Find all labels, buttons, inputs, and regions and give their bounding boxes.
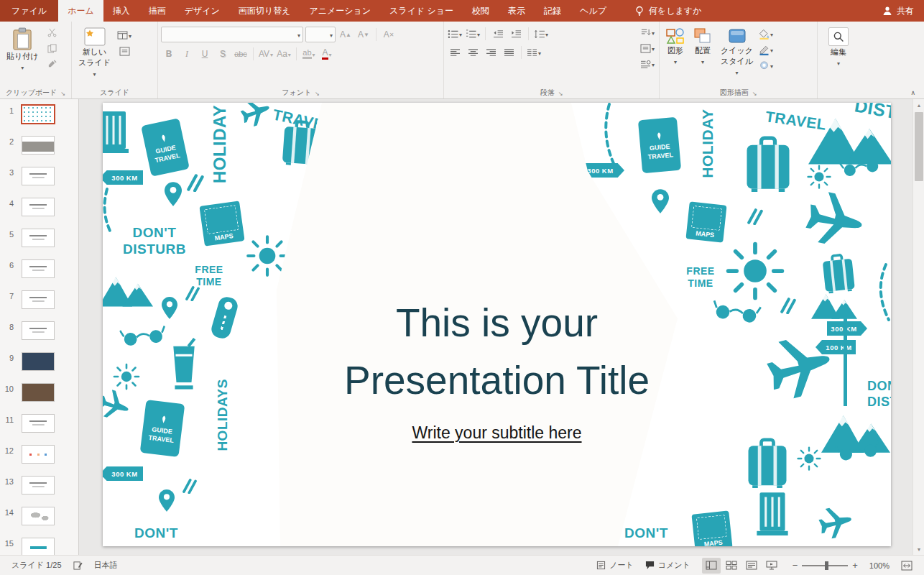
slide-thumbnail[interactable]: [22, 538, 55, 555]
slideshow-view-button[interactable]: [762, 558, 781, 574]
slide-canvas[interactable]: 300 KM 300 KM 300 KM 300 KM 100 KM MAPS …: [103, 103, 891, 546]
slide-thumbnail[interactable]: [22, 445, 55, 464]
align-center-button[interactable]: [465, 45, 481, 60]
tab-help[interactable]: ヘルプ: [570, 0, 616, 22]
tab-review[interactable]: 校閲: [463, 0, 499, 22]
slide-thumb-row: 12: [0, 445, 78, 476]
shapes-button[interactable]: 図形: [662, 25, 688, 68]
quick-styles-button[interactable]: クイック スタイル: [717, 25, 757, 80]
normal-view-button[interactable]: [702, 558, 721, 574]
reset-slide-button[interactable]: [116, 44, 132, 58]
slide-thumbnail[interactable]: [22, 414, 55, 433]
copy-button[interactable]: [45, 41, 60, 55]
tab-insert[interactable]: 挿入: [103, 0, 139, 22]
comments-button[interactable]: コメント: [639, 560, 696, 571]
editing-button[interactable]: 編集: [821, 25, 856, 70]
shape-outline-button[interactable]: [758, 42, 774, 57]
cut-button[interactable]: [45, 25, 60, 40]
shrink-font-button[interactable]: A▼: [356, 27, 371, 42]
italic-button[interactable]: I: [179, 47, 195, 61]
new-slide-button[interactable]: 新しい スライド: [75, 25, 114, 81]
slide-layout-button[interactable]: [116, 28, 132, 42]
scrollbar-thumb[interactable]: [915, 112, 923, 181]
tab-draw[interactable]: 描画: [139, 0, 175, 22]
increase-indent-button[interactable]: [508, 27, 524, 41]
align-left-button[interactable]: [447, 45, 463, 60]
dialog-launcher-icon[interactable]: [752, 89, 757, 97]
tab-file[interactable]: ファイル: [0, 0, 58, 22]
grow-font-button[interactable]: A▲: [338, 27, 354, 42]
justify-button[interactable]: [501, 45, 517, 60]
font-size-select[interactable]: [305, 27, 336, 42]
zoom-slider-thumb[interactable]: [825, 561, 828, 570]
slide-thumbnail[interactable]: [22, 167, 55, 185]
slide-thumbnail[interactable]: [22, 259, 55, 278]
tab-home[interactable]: ホーム: [58, 0, 103, 22]
font-color-button[interactable]: A: [319, 47, 335, 61]
slide-number: 5: [0, 229, 19, 239]
slide-thumbnail[interactable]: [22, 290, 55, 309]
collapse-ribbon-button[interactable]: [910, 89, 915, 96]
text-direction-button[interactable]: [639, 25, 655, 40]
highlight-color-button[interactable]: ab: [301, 47, 317, 61]
character-spacing-button[interactable]: AV: [258, 47, 274, 61]
tab-design[interactable]: デザイン: [175, 0, 229, 22]
font-name-select[interactable]: [161, 27, 303, 42]
scroll-down-arrow-icon[interactable]: ▼: [913, 543, 924, 555]
zoom-out-button[interactable]: [793, 560, 798, 571]
tab-record[interactable]: 記録: [535, 0, 570, 22]
change-case-button[interactable]: Aa: [276, 47, 292, 61]
format-painter-button[interactable]: [45, 57, 60, 71]
slide-thumbnail[interactable]: [22, 136, 55, 155]
bold-button[interactable]: B: [161, 47, 177, 61]
slide-thumbnail[interactable]: [22, 229, 55, 247]
strikethrough-button[interactable]: abc: [233, 47, 249, 61]
arrange-button[interactable]: 配置: [690, 25, 716, 68]
slide-thumbnail[interactable]: [22, 476, 55, 494]
slide-thumbnail[interactable]: [22, 105, 55, 124]
decrease-indent-button[interactable]: [490, 27, 506, 41]
numbering-button[interactable]: [465, 27, 481, 41]
zoom-slider[interactable]: [802, 565, 848, 566]
shape-fill-button[interactable]: [758, 27, 774, 41]
slide-thumbnail[interactable]: [22, 383, 55, 402]
tab-view[interactable]: 表示: [499, 0, 535, 22]
title-placeholder[interactable]: This is your Presentation Title Write yo…: [103, 294, 891, 443]
zoom-level[interactable]: 100%: [864, 561, 895, 570]
dialog-launcher-icon[interactable]: [558, 89, 563, 97]
convert-smartart-button[interactable]: [639, 57, 655, 71]
tab-animations[interactable]: アニメーション: [300, 0, 380, 22]
text-shadow-button[interactable]: S: [215, 47, 231, 61]
pattern-word: DON'T: [624, 525, 668, 542]
columns-button[interactable]: [526, 45, 542, 60]
slide-thumbnail[interactable]: [22, 352, 55, 371]
share-button[interactable]: 共有: [872, 0, 924, 22]
zoom-in-button[interactable]: [852, 560, 858, 571]
scroll-up-arrow-icon[interactable]: ▲: [913, 99, 924, 111]
tell-me-box[interactable]: 何をしますか: [634, 0, 701, 22]
slide-thumbnail[interactable]: [22, 321, 55, 340]
language-status[interactable]: 日本語: [88, 560, 124, 571]
bullets-button[interactable]: [447, 27, 463, 41]
align-text-button[interactable]: [639, 41, 655, 55]
proofing-button[interactable]: [68, 561, 88, 570]
fit-to-window-button[interactable]: [895, 561, 918, 571]
line-spacing-button[interactable]: [533, 27, 549, 41]
notes-button[interactable]: ノート: [591, 560, 639, 571]
align-right-button[interactable]: [483, 45, 499, 60]
paste-button[interactable]: 貼り付け: [3, 25, 42, 74]
clear-formatting-button[interactable]: A✕: [381, 27, 397, 42]
reading-view-button[interactable]: [742, 558, 761, 574]
tab-transitions[interactable]: 画面切り替え: [229, 0, 300, 22]
slide-thumbnail[interactable]: [22, 198, 55, 216]
vertical-scrollbar[interactable]: ▲ ▼: [913, 99, 924, 555]
underline-button[interactable]: U: [197, 47, 213, 61]
slide-counter[interactable]: スライド 1/25: [6, 560, 68, 571]
slide-subtitle[interactable]: Write your subtitle here: [103, 423, 891, 443]
shape-effects-button[interactable]: [758, 58, 774, 73]
tab-slideshow[interactable]: スライド ショー: [380, 0, 463, 22]
dialog-launcher-icon[interactable]: [315, 89, 320, 97]
slide-sorter-view-button[interactable]: [722, 558, 741, 574]
slide-thumbnail[interactable]: [22, 507, 55, 525]
dialog-launcher-icon[interactable]: [60, 89, 65, 97]
